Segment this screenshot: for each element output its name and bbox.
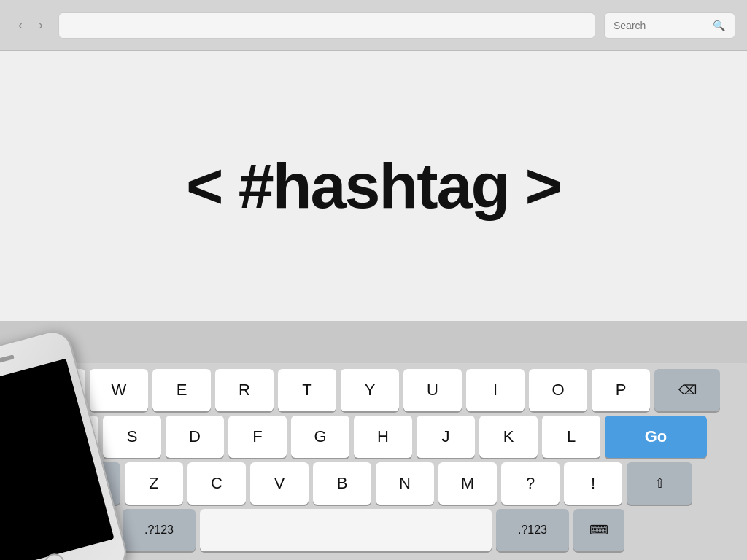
search-icon: 🔍: [713, 20, 725, 31]
shift-key-right[interactable]: ⇧: [627, 462, 692, 505]
search-bar-wrapper: 🔍: [604, 12, 735, 39]
space-key[interactable]: [200, 509, 492, 551]
go-key[interactable]: Go: [605, 416, 707, 458]
url-bar[interactable]: [58, 12, 595, 39]
forward-button[interactable]: ›: [32, 17, 50, 34]
key-t[interactable]: T: [278, 369, 336, 411]
backspace-key[interactable]: ⌫: [654, 369, 720, 411]
nav-buttons: ‹ ›: [12, 17, 50, 34]
keyboard-icon-key[interactable]: ⌨: [573, 509, 624, 551]
main-content: < #hashtag >: [0, 51, 747, 321]
key-p[interactable]: P: [592, 369, 650, 411]
key-i[interactable]: I: [466, 369, 525, 411]
search-input[interactable]: [614, 20, 708, 31]
key-e[interactable]: E: [152, 369, 211, 411]
key-f[interactable]: F: [228, 416, 287, 458]
back-button[interactable]: ‹: [12, 17, 29, 34]
key-l[interactable]: L: [542, 416, 600, 458]
key-g[interactable]: G: [291, 416, 349, 458]
key-b[interactable]: B: [313, 462, 371, 505]
key-j[interactable]: J: [417, 416, 475, 458]
browser-bar: ‹ › 🔍: [0, 0, 747, 51]
phone-speaker: [0, 354, 15, 366]
key-c[interactable]: C: [187, 462, 246, 505]
key-u[interactable]: U: [403, 369, 462, 411]
key-v[interactable]: V: [250, 462, 309, 505]
key-exclaim[interactable]: !: [564, 462, 622, 505]
key-question[interactable]: ?: [501, 462, 560, 505]
key-h[interactable]: H: [354, 416, 412, 458]
phone-screen: [0, 359, 115, 560]
key-n[interactable]: N: [376, 462, 434, 505]
key-r[interactable]: R: [215, 369, 274, 411]
key-k[interactable]: K: [479, 416, 538, 458]
phone-body: [0, 327, 131, 560]
key-o[interactable]: O: [529, 369, 587, 411]
num-key-right[interactable]: .?123: [496, 509, 569, 551]
key-m[interactable]: M: [438, 462, 497, 505]
key-d[interactable]: D: [166, 416, 224, 458]
key-y[interactable]: Y: [341, 369, 399, 411]
hashtag-title: < #hashtag >: [186, 149, 561, 223]
keyboard-section: Q W E R T Y U I O P ⌫ A S D F G H J K L …: [0, 321, 747, 560]
